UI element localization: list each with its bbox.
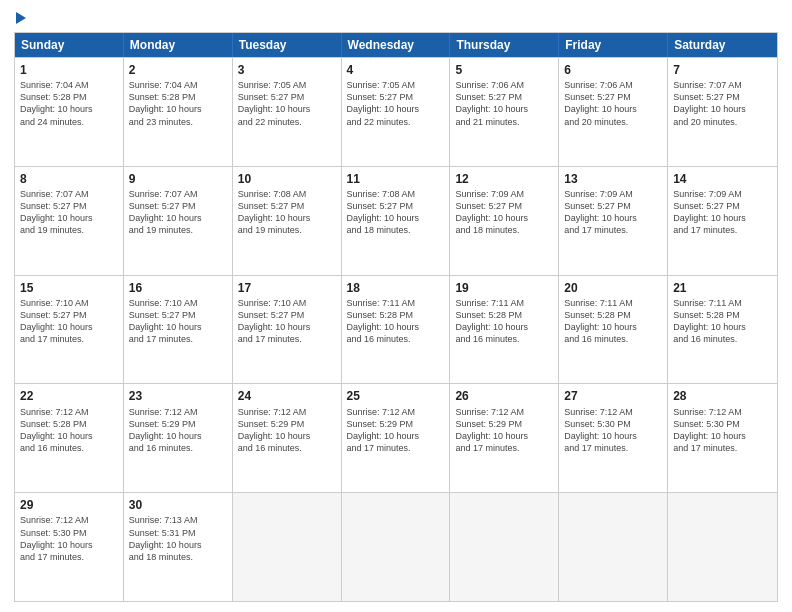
day-info: Sunrise: 7:05 AMSunset: 5:27 PMDaylight:… xyxy=(347,79,445,128)
day-info: Sunrise: 7:11 AMSunset: 5:28 PMDaylight:… xyxy=(564,297,662,346)
header-day-thursday: Thursday xyxy=(450,33,559,57)
day-info: Sunrise: 7:06 AMSunset: 5:27 PMDaylight:… xyxy=(564,79,662,128)
day-number: 1 xyxy=(20,62,118,78)
calendar-cell: 30Sunrise: 7:13 AMSunset: 5:31 PMDayligh… xyxy=(124,493,233,601)
day-info: Sunrise: 7:11 AMSunset: 5:28 PMDaylight:… xyxy=(347,297,445,346)
day-number: 22 xyxy=(20,388,118,404)
day-info: Sunrise: 7:07 AMSunset: 5:27 PMDaylight:… xyxy=(673,79,772,128)
calendar-cell: 12Sunrise: 7:09 AMSunset: 5:27 PMDayligh… xyxy=(450,167,559,275)
calendar: SundayMondayTuesdayWednesdayThursdayFrid… xyxy=(14,32,778,602)
day-number: 3 xyxy=(238,62,336,78)
day-number: 13 xyxy=(564,171,662,187)
calendar-cell: 6Sunrise: 7:06 AMSunset: 5:27 PMDaylight… xyxy=(559,58,668,166)
day-number: 5 xyxy=(455,62,553,78)
day-number: 14 xyxy=(673,171,772,187)
page: SundayMondayTuesdayWednesdayThursdayFrid… xyxy=(0,0,792,612)
day-number: 26 xyxy=(455,388,553,404)
header-day-tuesday: Tuesday xyxy=(233,33,342,57)
day-info: Sunrise: 7:07 AMSunset: 5:27 PMDaylight:… xyxy=(129,188,227,237)
day-number: 19 xyxy=(455,280,553,296)
day-number: 9 xyxy=(129,171,227,187)
calendar-row-4: 22Sunrise: 7:12 AMSunset: 5:28 PMDayligh… xyxy=(15,383,777,492)
day-info: Sunrise: 7:04 AMSunset: 5:28 PMDaylight:… xyxy=(20,79,118,128)
calendar-cell: 10Sunrise: 7:08 AMSunset: 5:27 PMDayligh… xyxy=(233,167,342,275)
calendar-row-2: 8Sunrise: 7:07 AMSunset: 5:27 PMDaylight… xyxy=(15,166,777,275)
day-number: 15 xyxy=(20,280,118,296)
day-number: 6 xyxy=(564,62,662,78)
calendar-row-1: 1Sunrise: 7:04 AMSunset: 5:28 PMDaylight… xyxy=(15,57,777,166)
header-day-monday: Monday xyxy=(124,33,233,57)
day-info: Sunrise: 7:06 AMSunset: 5:27 PMDaylight:… xyxy=(455,79,553,128)
calendar-header: SundayMondayTuesdayWednesdayThursdayFrid… xyxy=(15,33,777,57)
calendar-body: 1Sunrise: 7:04 AMSunset: 5:28 PMDaylight… xyxy=(15,57,777,601)
day-info: Sunrise: 7:10 AMSunset: 5:27 PMDaylight:… xyxy=(238,297,336,346)
logo-arrow-icon xyxy=(16,12,26,24)
calendar-cell: 8Sunrise: 7:07 AMSunset: 5:27 PMDaylight… xyxy=(15,167,124,275)
calendar-cell xyxy=(668,493,777,601)
calendar-cell xyxy=(450,493,559,601)
calendar-cell: 5Sunrise: 7:06 AMSunset: 5:27 PMDaylight… xyxy=(450,58,559,166)
day-info: Sunrise: 7:12 AMSunset: 5:29 PMDaylight:… xyxy=(455,406,553,455)
day-info: Sunrise: 7:12 AMSunset: 5:29 PMDaylight:… xyxy=(129,406,227,455)
day-info: Sunrise: 7:08 AMSunset: 5:27 PMDaylight:… xyxy=(238,188,336,237)
header xyxy=(14,10,778,24)
calendar-row-3: 15Sunrise: 7:10 AMSunset: 5:27 PMDayligh… xyxy=(15,275,777,384)
day-info: Sunrise: 7:12 AMSunset: 5:28 PMDaylight:… xyxy=(20,406,118,455)
header-day-friday: Friday xyxy=(559,33,668,57)
calendar-cell: 27Sunrise: 7:12 AMSunset: 5:30 PMDayligh… xyxy=(559,384,668,492)
day-info: Sunrise: 7:12 AMSunset: 5:30 PMDaylight:… xyxy=(673,406,772,455)
day-info: Sunrise: 7:11 AMSunset: 5:28 PMDaylight:… xyxy=(455,297,553,346)
day-info: Sunrise: 7:12 AMSunset: 5:29 PMDaylight:… xyxy=(347,406,445,455)
calendar-cell: 26Sunrise: 7:12 AMSunset: 5:29 PMDayligh… xyxy=(450,384,559,492)
calendar-row-5: 29Sunrise: 7:12 AMSunset: 5:30 PMDayligh… xyxy=(15,492,777,601)
day-info: Sunrise: 7:12 AMSunset: 5:29 PMDaylight:… xyxy=(238,406,336,455)
calendar-cell: 18Sunrise: 7:11 AMSunset: 5:28 PMDayligh… xyxy=(342,276,451,384)
header-day-sunday: Sunday xyxy=(15,33,124,57)
day-number: 25 xyxy=(347,388,445,404)
calendar-cell: 4Sunrise: 7:05 AMSunset: 5:27 PMDaylight… xyxy=(342,58,451,166)
day-info: Sunrise: 7:04 AMSunset: 5:28 PMDaylight:… xyxy=(129,79,227,128)
logo xyxy=(14,10,26,24)
day-number: 16 xyxy=(129,280,227,296)
day-number: 30 xyxy=(129,497,227,513)
calendar-cell: 11Sunrise: 7:08 AMSunset: 5:27 PMDayligh… xyxy=(342,167,451,275)
day-info: Sunrise: 7:09 AMSunset: 5:27 PMDaylight:… xyxy=(673,188,772,237)
calendar-cell: 19Sunrise: 7:11 AMSunset: 5:28 PMDayligh… xyxy=(450,276,559,384)
calendar-cell: 13Sunrise: 7:09 AMSunset: 5:27 PMDayligh… xyxy=(559,167,668,275)
calendar-cell: 28Sunrise: 7:12 AMSunset: 5:30 PMDayligh… xyxy=(668,384,777,492)
day-info: Sunrise: 7:12 AMSunset: 5:30 PMDaylight:… xyxy=(20,514,118,563)
calendar-cell: 7Sunrise: 7:07 AMSunset: 5:27 PMDaylight… xyxy=(668,58,777,166)
calendar-cell: 3Sunrise: 7:05 AMSunset: 5:27 PMDaylight… xyxy=(233,58,342,166)
day-number: 18 xyxy=(347,280,445,296)
day-number: 27 xyxy=(564,388,662,404)
calendar-cell: 21Sunrise: 7:11 AMSunset: 5:28 PMDayligh… xyxy=(668,276,777,384)
calendar-cell xyxy=(559,493,668,601)
day-info: Sunrise: 7:10 AMSunset: 5:27 PMDaylight:… xyxy=(129,297,227,346)
day-info: Sunrise: 7:11 AMSunset: 5:28 PMDaylight:… xyxy=(673,297,772,346)
calendar-cell: 2Sunrise: 7:04 AMSunset: 5:28 PMDaylight… xyxy=(124,58,233,166)
day-info: Sunrise: 7:05 AMSunset: 5:27 PMDaylight:… xyxy=(238,79,336,128)
day-number: 10 xyxy=(238,171,336,187)
calendar-cell: 24Sunrise: 7:12 AMSunset: 5:29 PMDayligh… xyxy=(233,384,342,492)
calendar-cell: 20Sunrise: 7:11 AMSunset: 5:28 PMDayligh… xyxy=(559,276,668,384)
day-number: 20 xyxy=(564,280,662,296)
calendar-cell: 17Sunrise: 7:10 AMSunset: 5:27 PMDayligh… xyxy=(233,276,342,384)
day-number: 12 xyxy=(455,171,553,187)
calendar-cell: 16Sunrise: 7:10 AMSunset: 5:27 PMDayligh… xyxy=(124,276,233,384)
calendar-cell: 29Sunrise: 7:12 AMSunset: 5:30 PMDayligh… xyxy=(15,493,124,601)
calendar-cell: 15Sunrise: 7:10 AMSunset: 5:27 PMDayligh… xyxy=(15,276,124,384)
header-day-saturday: Saturday xyxy=(668,33,777,57)
calendar-cell: 23Sunrise: 7:12 AMSunset: 5:29 PMDayligh… xyxy=(124,384,233,492)
calendar-cell: 22Sunrise: 7:12 AMSunset: 5:28 PMDayligh… xyxy=(15,384,124,492)
day-info: Sunrise: 7:12 AMSunset: 5:30 PMDaylight:… xyxy=(564,406,662,455)
day-number: 7 xyxy=(673,62,772,78)
day-number: 21 xyxy=(673,280,772,296)
calendar-cell xyxy=(233,493,342,601)
header-day-wednesday: Wednesday xyxy=(342,33,451,57)
day-info: Sunrise: 7:08 AMSunset: 5:27 PMDaylight:… xyxy=(347,188,445,237)
day-number: 28 xyxy=(673,388,772,404)
day-number: 11 xyxy=(347,171,445,187)
calendar-cell: 14Sunrise: 7:09 AMSunset: 5:27 PMDayligh… xyxy=(668,167,777,275)
day-number: 2 xyxy=(129,62,227,78)
day-number: 4 xyxy=(347,62,445,78)
